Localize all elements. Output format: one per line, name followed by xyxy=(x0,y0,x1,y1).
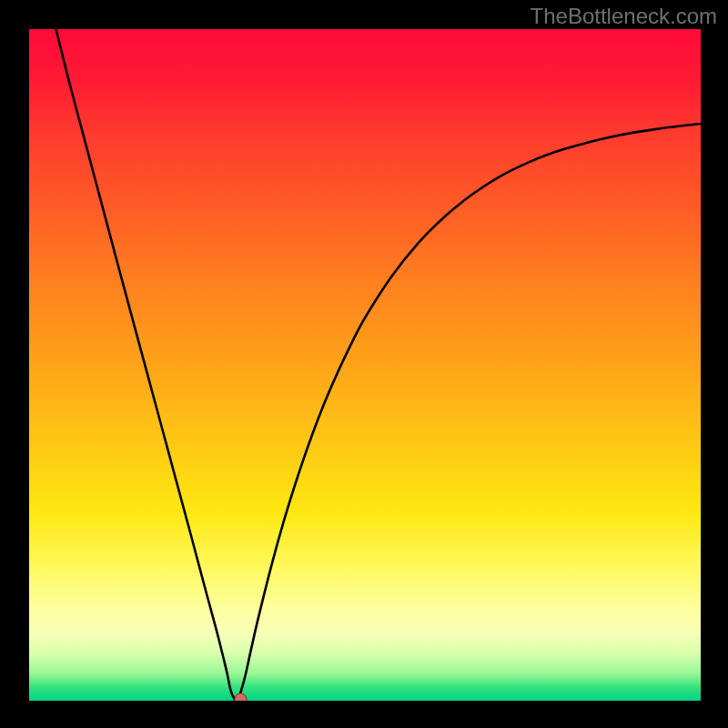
optimal-point-marker xyxy=(235,693,247,701)
bottleneck-curve xyxy=(56,29,701,701)
chart-stage: TheBottleneck.com xyxy=(0,0,728,728)
attribution-label: TheBottleneck.com xyxy=(531,4,717,29)
chart-svg xyxy=(29,29,701,701)
plot-area xyxy=(29,29,701,701)
